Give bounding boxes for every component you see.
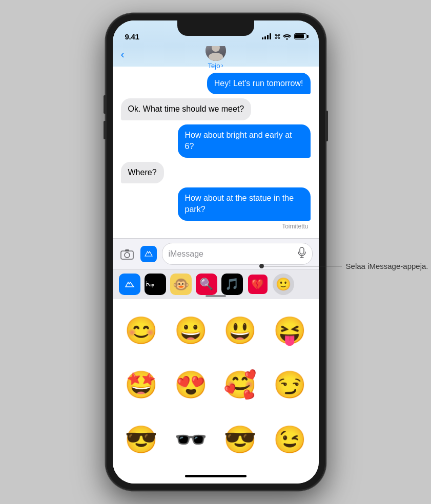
message-row-1: Hey! Let's run tomorrow! [121,73,311,94]
wifi-icon: ⌘ [274,33,291,40]
svg-point-1 [125,253,130,258]
message-row-4: Where? [121,162,311,183]
svg-text::  [146,281,147,284]
emoji-2[interactable]: 😀 [168,305,214,355]
annotation: Selaa iMessage-appeja. [260,262,428,270]
tray-search-button[interactable]: 🔍 [196,274,217,295]
emoji-5[interactable]: 🤩 [119,360,165,410]
emoji-grid: 😊 😀 😃 😝 🤩 😍 🥰 😏 😎 🕶️ 😎 😉 [113,299,319,471]
volume-down-button[interactable] [104,121,106,139]
contact-chevron-icon: › [221,62,223,69]
volume-up-button[interactable] [104,95,106,114]
message-bubble-2: Ok. What time should we meet? [121,98,252,120]
tray-applepay-button[interactable]: Pay  [145,274,166,295]
emoji-9[interactable]: 😎 [119,414,165,465]
emoji-1[interactable]: 😊 [119,305,165,355]
camera-button[interactable] [119,246,135,262]
emoji-11[interactable]: 😎 [218,414,263,465]
emoji-4[interactable]: 😝 [267,305,313,355]
home-bar [185,475,247,477]
mic-button[interactable] [298,247,306,261]
status-time: 9.41 [125,32,139,41]
message-row-3: How about bright and early at 6? [121,124,311,158]
phone-screen: 9.41 ⌘ [113,20,319,484]
contact-name: Tejo › [208,62,223,70]
back-button[interactable]: ‹ [121,49,125,60]
message-bubble-3: How about bright and early at 6? [178,124,311,158]
battery-fill [295,34,304,38]
tray-heartbreak-button[interactable]: 💔 [247,274,269,295]
emoji-6[interactable]: 😍 [168,360,214,410]
signal-icon [262,33,271,39]
tray-appstore-button[interactable] [119,274,140,295]
message-placeholder: iMessage [169,249,203,259]
annotation-text: Selaa iMessage-appeja. [346,262,428,270]
tray-drag-handle [206,295,226,297]
phone-device: 9.41 ⌘ [106,13,326,491]
back-chevron-icon: ‹ [121,49,125,60]
message-bubble-1: Hey! Let's run tomorrow! [207,73,311,94]
annotation-line [260,266,342,266]
appstore-button[interactable] [140,246,157,262]
emoji-10[interactable]: 🕶️ [168,414,214,465]
battery-icon [294,33,306,39]
message-bubble-4: Where? [121,162,164,183]
status-icons: ⌘ [262,33,306,40]
svg-rect-3 [300,247,304,254]
message-row-2: Ok. What time should we meet? [121,98,311,120]
notch [177,20,254,36]
emoji-3[interactable]: 😃 [218,305,263,355]
svg-text:Pay: Pay [146,282,154,287]
screen-content: 9.41 ⌘ [113,20,319,484]
emoji-7[interactable]: 🥰 [218,360,263,410]
tray-animoji-button[interactable]: 🐵 [170,274,192,295]
message-bubble-5: How about at the statue in the park? [178,187,311,221]
emoji-8[interactable]: 😏 [267,360,313,410]
tray-memoji-button[interactable]: 🙂 [273,274,294,295]
tray-music-button[interactable]: 🎵 [221,274,243,295]
svg-rect-2 [125,249,129,251]
app-tray: Pay  🐵 🔍 🎵 💔 🙂 [113,269,319,299]
nav-header: ‹ Tejo › [113,46,319,67]
messages-area: Hey! Let's run tomorrow! Ok. What time s… [113,67,319,238]
home-indicator [113,471,319,484]
emoji-12[interactable]: 😉 [267,414,313,465]
message-row-5: How about at the statue in the park? [121,187,311,221]
delivered-label: Toimitettu [121,223,311,230]
power-button[interactable] [325,111,328,141]
